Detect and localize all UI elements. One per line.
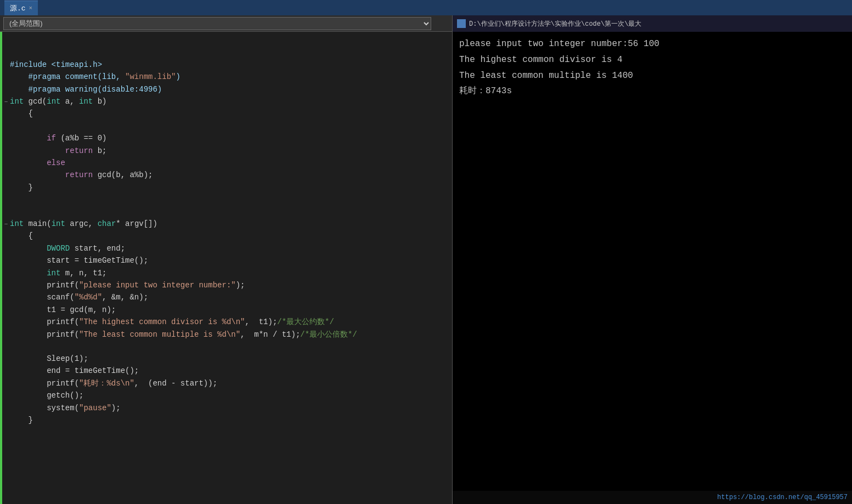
code-line <box>2 194 452 206</box>
code-token: } <box>29 182 33 194</box>
code-token: /*最大公约数*/ <box>277 316 334 328</box>
code-line: scanf("%d%d", &m, &n); <box>2 291 452 303</box>
code-line: system("pause"); <box>2 402 452 414</box>
code-token: int <box>47 267 60 279</box>
collapse-indicator[interactable]: − <box>2 220 10 230</box>
code-token: (a%b == 0) <box>56 132 106 144</box>
code-token: "please input two integer number:" <box>79 279 236 291</box>
code-line: end = timeGetTime(); <box>2 365 452 377</box>
code-content[interactable]: #include <timeapi.h> #pragma comment(lib… <box>2 32 452 504</box>
code-indent <box>10 304 47 316</box>
code-line: #pragma warning(disable:4996) <box>2 83 452 95</box>
console-title-text: D:\作业们\程序设计方法学\实验作业\code\第一次\最大 <box>469 19 641 29</box>
code-indent <box>10 169 65 181</box>
code-indent <box>10 83 29 95</box>
code-token: * argv[]) <box>116 218 157 230</box>
editor-panel: (全局范围) #include <timeapi.h> #pragma comm… <box>0 15 453 504</box>
code-token: , t1); <box>245 316 277 328</box>
code-indent <box>10 254 47 267</box>
code-line: getch(); <box>2 389 452 401</box>
code-indent <box>10 107 29 120</box>
code-token: b; <box>93 145 106 157</box>
code-indent <box>10 291 47 303</box>
code-token: int <box>10 95 24 107</box>
console-footer-link[interactable]: https://blog.csdn.net/qq_45915957 <box>717 494 848 501</box>
code-token: return <box>65 169 93 181</box>
code-token: #include <timeapi.h> <box>10 59 102 71</box>
editor-inner: #include <timeapi.h> #pragma comment(lib… <box>0 32 452 504</box>
code-line: { <box>2 230 452 242</box>
file-tab[interactable]: 源.c × <box>4 1 38 15</box>
collapse-indicator[interactable]: − <box>2 98 10 107</box>
code-token: DWORD <box>47 242 70 254</box>
code-line: int m, n, t1; <box>2 267 452 279</box>
code-token: start, end; <box>70 242 125 254</box>
code-token: main( <box>24 218 51 230</box>
code-token: a, <box>60 95 79 107</box>
code-indent <box>10 230 29 242</box>
code-token: printf( <box>47 377 79 389</box>
code-indent <box>10 402 47 414</box>
code-line: return gcd(b, a%b); <box>2 169 452 181</box>
code-line: Sleep(1); <box>2 353 452 365</box>
code-indent <box>10 267 47 279</box>
code-token: printf( <box>47 316 79 328</box>
code-indent <box>10 389 47 401</box>
code-line <box>2 341 452 353</box>
console-line: 耗时：8743s <box>459 83 845 99</box>
scope-dropdown[interactable]: (全局范围) <box>3 17 431 30</box>
code-token: printf( <box>47 329 79 341</box>
code-token: "pause" <box>79 402 111 414</box>
code-line: #pragma comment(lib, "winmm.lib") <box>2 71 452 83</box>
code-indent <box>10 329 47 341</box>
code-token: , (end - start)); <box>134 377 217 389</box>
code-token: ); <box>236 279 245 291</box>
code-line: −int gcd(int a, int b) <box>2 95 452 107</box>
code-token: #pragma warning(disable:4996) <box>29 83 162 95</box>
code-token: printf( <box>47 279 79 291</box>
code-indent <box>10 71 29 83</box>
console-title-bar: D:\作业们\程序设计方法学\实验作业\code\第一次\最大 <box>453 15 852 32</box>
code-line: if (a%b == 0) <box>2 132 452 144</box>
code-token: int <box>52 218 65 230</box>
code-token: getch(); <box>47 389 83 401</box>
code-token: /*最小公倍数*/ <box>300 329 357 341</box>
tab-close-button[interactable]: × <box>29 5 33 12</box>
code-line: else <box>2 157 452 169</box>
console-line: The highest common divisor is 4 <box>459 52 845 68</box>
console-panel: D:\作业们\程序设计方法学\实验作业\code\第一次\最大 please i… <box>453 15 852 504</box>
code-line: −int main(int argc, char* argv[]) <box>2 218 452 230</box>
code-token: "%d%d" <box>75 291 102 303</box>
code-token: "winmm.lib" <box>125 71 176 83</box>
console-footer: https://blog.csdn.net/qq_45915957 <box>453 491 852 504</box>
code-line: start = timeGetTime(); <box>2 254 452 267</box>
code-indent <box>10 120 47 132</box>
code-token: #pragma comment(lib, <box>29 71 125 83</box>
code-line: printf("The highest common divisor is %d… <box>2 316 452 328</box>
code-indent <box>10 365 47 377</box>
code-line: printf("耗时：%ds\n", (end - start)); <box>2 377 452 389</box>
code-token: t1 = gcd(m, n); <box>47 304 116 316</box>
code-token: return <box>65 145 93 157</box>
code-token: "The highest common divisor is %d\n" <box>79 316 245 328</box>
code-line: } <box>2 182 452 194</box>
code-token: int <box>47 95 60 107</box>
code-line: { <box>2 107 452 120</box>
console-icon <box>457 19 466 28</box>
code-indent <box>10 377 47 389</box>
code-token: "耗时：%ds\n" <box>79 377 134 389</box>
code-line: DWORD start, end; <box>2 242 452 254</box>
code-indent <box>10 279 47 291</box>
code-line: } <box>2 414 452 426</box>
code-token: char <box>98 218 116 230</box>
code-token: gcd( <box>24 95 47 107</box>
code-line <box>2 120 452 132</box>
code-token: ) <box>176 71 180 83</box>
code-token: scanf( <box>47 291 74 303</box>
code-token: system( <box>47 402 79 414</box>
code-indent <box>10 414 29 426</box>
code-token: if <box>47 132 56 144</box>
code-token: { <box>29 107 33 120</box>
code-token: gcd(b, a%b); <box>93 169 153 181</box>
code-token: start = timeGetTime(); <box>47 254 148 267</box>
